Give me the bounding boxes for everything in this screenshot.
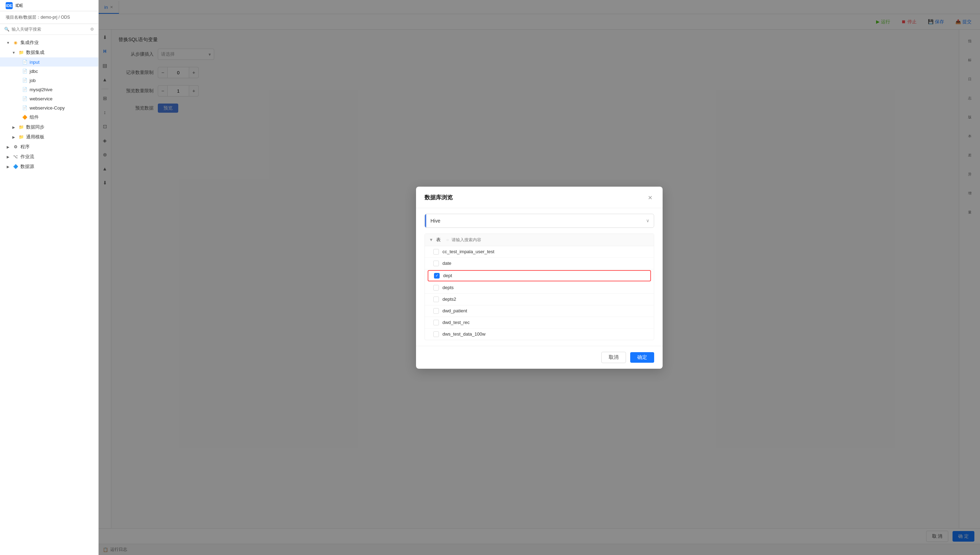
table-section-label: 表 bbox=[436, 237, 441, 243]
table-row[interactable]: depts bbox=[425, 282, 654, 294]
table-collapse-icon[interactable]: ▼ bbox=[429, 237, 433, 242]
sidebar-label: 通用模板 bbox=[26, 134, 44, 140]
hive-selector[interactable]: Hive ∨ bbox=[425, 214, 654, 228]
sidebar-label: 程序 bbox=[21, 144, 30, 150]
sidebar-label: input bbox=[30, 59, 40, 65]
sidebar-item-program[interactable]: ▶ ⚙ 程序 bbox=[0, 142, 98, 152]
project-title: 项目名称/数据层：demo-prj / ODS bbox=[6, 14, 70, 21]
table-checkbox-2[interactable] bbox=[433, 261, 439, 266]
sidebar-item-data-integration[interactable]: ▼ 📁 数据集成 bbox=[0, 48, 98, 58]
folder-icon: 📁 bbox=[18, 50, 24, 55]
table-row[interactable]: date bbox=[425, 258, 654, 269]
project-bar: 项目名称/数据层：demo-prj / ODS bbox=[0, 11, 98, 24]
sidebar-label: jdbc bbox=[30, 69, 38, 74]
table-row[interactable]: dwd_test_rec bbox=[425, 317, 654, 329]
table-item-name-dwd-patient: dwd_patient bbox=[443, 308, 467, 313]
table-checkbox-dws-test[interactable] bbox=[433, 331, 439, 337]
table-checkbox-1[interactable] bbox=[433, 249, 439, 255]
sidebar-label: 作业流 bbox=[21, 154, 34, 160]
arrow-icon: ▶ bbox=[11, 135, 16, 140]
sidebar-item-job[interactable]: 📄 job bbox=[0, 76, 98, 85]
table-search-input[interactable] bbox=[452, 237, 650, 242]
app-logo: IDE bbox=[6, 2, 13, 9]
folder-icon: 📁 bbox=[18, 124, 24, 130]
table-section: ▼ 表 ○ cc_test_impala_user_test d bbox=[425, 234, 654, 340]
modal-header: 数据库浏览 ✕ bbox=[416, 187, 662, 208]
gear-icon: ⚙ bbox=[13, 144, 18, 150]
sidebar-item-input[interactable]: 📄 input bbox=[0, 58, 98, 67]
table-item-name-depts: depts bbox=[443, 285, 454, 290]
sidebar-item-webservice-copy[interactable]: 📄 webservice-Copy bbox=[0, 103, 98, 112]
table-item-name-2: date bbox=[443, 261, 451, 266]
arrow-icon: ▶ bbox=[6, 144, 11, 149]
file-icon: 🔶 bbox=[22, 114, 27, 120]
file-icon: 📄 bbox=[22, 87, 27, 92]
workflow-icon: ⌥ bbox=[13, 154, 18, 160]
app-titlebar: IDE IDE bbox=[0, 0, 98, 11]
file-icon: 📄 bbox=[22, 59, 27, 65]
folder-icon: 📁 bbox=[18, 134, 24, 140]
settings-icon[interactable]: ⚙ bbox=[90, 27, 94, 32]
modal-title: 数据库浏览 bbox=[425, 194, 453, 201]
modal-overlay: 数据库浏览 ✕ Hive ∨ ▼ bbox=[99, 0, 980, 555]
table-item-name-dwd-test-rec: dwd_test_rec bbox=[443, 320, 470, 325]
hive-label: Hive bbox=[426, 218, 642, 224]
sidebar-label: mysql2hive bbox=[30, 87, 53, 92]
sidebar-label: webservice bbox=[30, 96, 53, 101]
modal-body: Hive ∨ ▼ 表 ○ bbox=[416, 208, 662, 346]
table-item-name-dws-test: dws_test_data_100w bbox=[443, 331, 485, 337]
search-circle-icon: ○ bbox=[446, 237, 449, 242]
sidebar-label: 数据源 bbox=[21, 164, 34, 170]
table-item-name-depts2: depts2 bbox=[443, 297, 456, 302]
search-icon: 🔍 bbox=[4, 27, 10, 32]
table-row[interactable]: depts2 bbox=[425, 294, 654, 305]
modal-cancel-button[interactable]: 取消 bbox=[601, 352, 626, 363]
file-icon: 📄 bbox=[22, 68, 27, 74]
sidebar-item-webservice[interactable]: 📄 webservice bbox=[0, 94, 98, 103]
table-item-name-1: cc_test_impala_user_test bbox=[443, 249, 494, 254]
search-input[interactable] bbox=[11, 27, 88, 32]
table-item-name-dept: dept bbox=[443, 273, 452, 278]
sidebar-item-datasource[interactable]: ▶ 🔷 数据源 bbox=[0, 162, 98, 172]
arrow-icon: ▶ bbox=[6, 154, 11, 159]
table-checkbox-depts2[interactable] bbox=[433, 297, 439, 302]
table-section-header: ▼ 表 ○ bbox=[425, 234, 654, 246]
sidebar-item-jdbc[interactable]: 📄 jdbc bbox=[0, 67, 98, 76]
file-icon: 📄 bbox=[22, 77, 27, 83]
sidebar-item-component[interactable]: 🔶 组件 bbox=[0, 112, 98, 122]
sidebar-label: webservice-Copy bbox=[30, 105, 65, 111]
sidebar-item-template[interactable]: ▶ 📁 通用模板 bbox=[0, 132, 98, 142]
modal-close-button[interactable]: ✕ bbox=[646, 194, 654, 202]
search-bar[interactable]: 🔍 ⚙ bbox=[0, 24, 98, 35]
table-checkbox-dwd-patient[interactable] bbox=[433, 308, 439, 314]
table-checkbox-depts[interactable] bbox=[433, 285, 439, 290]
table-checkbox-dwd-test-rec[interactable] bbox=[433, 320, 439, 326]
sidebar-label: 集成作业 bbox=[21, 39, 39, 46]
sidebar-item-mysql2hive[interactable]: 📄 mysql2hive bbox=[0, 85, 98, 94]
table-row[interactable]: dwd_patient bbox=[425, 305, 654, 317]
sidebar-item-data-sync[interactable]: ▶ 📁 数据同步 bbox=[0, 122, 98, 132]
modal-footer: 取消 确定 bbox=[416, 346, 662, 369]
table-row[interactable]: cc_test_impala_user_test bbox=[425, 246, 654, 258]
sidebar-tree: ▼ ◉ 集成作业 ▼ 📁 数据集成 📄 input 📄 jdbc 📄 job bbox=[0, 35, 98, 555]
sidebar-label: 数据集成 bbox=[26, 49, 44, 56]
sidebar-label: 数据同步 bbox=[26, 124, 44, 130]
sidebar-item-integration-job[interactable]: ▼ ◉ 集成作业 bbox=[0, 38, 98, 48]
modal-confirm-button[interactable]: 确定 bbox=[630, 352, 654, 363]
datasource-icon: 🔷 bbox=[13, 164, 18, 169]
table-row[interactable]: dws_test_data_100w bbox=[425, 329, 654, 340]
file-icon: 📄 bbox=[22, 105, 27, 111]
sidebar-label: job bbox=[30, 78, 35, 83]
file-icon: 📄 bbox=[22, 96, 27, 101]
sidebar-label: 组件 bbox=[30, 114, 39, 120]
arrow-icon: ▶ bbox=[11, 125, 16, 130]
table-row-selected[interactable]: dept bbox=[428, 270, 651, 281]
sidebar-item-workflow[interactable]: ▶ ⌥ 作业流 bbox=[0, 152, 98, 162]
app-logo-text: IDE bbox=[6, 3, 12, 8]
arrow-icon: ▼ bbox=[11, 50, 16, 55]
hive-chevron-icon: ∨ bbox=[642, 218, 654, 223]
table-checkbox-dept[interactable] bbox=[434, 273, 439, 279]
arrow-icon: ▼ bbox=[6, 40, 11, 45]
folder-icon: ◉ bbox=[13, 40, 18, 45]
modal-database-browser: 数据库浏览 ✕ Hive ∨ ▼ bbox=[416, 187, 662, 369]
